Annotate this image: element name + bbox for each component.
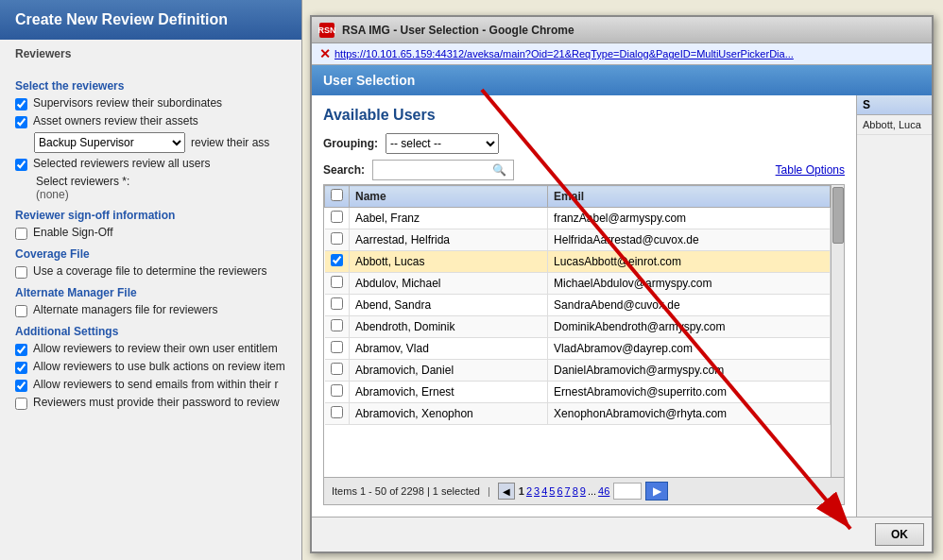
table-scroll: Name Email Aabel, Franz franzAabel@armys…: [324, 185, 844, 477]
row-checkbox[interactable]: [331, 232, 343, 245]
row-name: Abendroth, Dominik: [350, 316, 548, 338]
row-checkbox-cell: [325, 295, 350, 316]
additional-item-0: Allow reviewers to review their own user…: [15, 342, 286, 356]
table-row: Abramovich, Xenophon XenophonAbramovich@…: [325, 403, 844, 425]
additional-item-2: Allow reviewers to send emails from with…: [15, 378, 286, 392]
scrollbar[interactable]: [831, 185, 844, 477]
table-row: Abramovich, Ernest ErnestAbramovich@supe…: [325, 382, 844, 403]
alt-manager-label: Alternate managers file for reviewers: [33, 303, 217, 316]
row-name: Abend, Sandra: [350, 295, 548, 316]
select-all-checkbox[interactable]: [331, 189, 343, 201]
page-5[interactable]: 5: [549, 485, 555, 497]
asset-owners-checkbox[interactable]: [15, 116, 27, 128]
scrollbar-thumb[interactable]: [832, 187, 844, 244]
page-1[interactable]: 1: [519, 485, 524, 497]
backup-supervisor-row: Backup Supervisor review their ass: [34, 132, 286, 153]
row-name: Aabel, Franz: [350, 208, 548, 229]
ok-button[interactable]: OK: [875, 523, 924, 546]
row-checkbox[interactable]: [331, 211, 343, 223]
additional-item-1: Allow reviewers to use bulk actions on r…: [15, 360, 286, 374]
section-alt-manager: Alternate Manager File: [15, 286, 286, 299]
page-title: Create New Review Definition: [0, 0, 301, 40]
none-text: (none): [36, 188, 69, 201]
row-email: SandraAbend@cuvox.de: [548, 295, 831, 316]
left-panel-body: Select the reviewers Supervisors review …: [0, 64, 301, 421]
row-name: Abramov, Vlad: [350, 338, 548, 360]
user-table: Name Email Aabel, Franz franzAabel@armys…: [324, 185, 844, 425]
row-checkbox[interactable]: [331, 384, 343, 397]
table-row: Abend, Sandra SandraAbend@cuvox.de: [325, 295, 844, 316]
page-3[interactable]: 3: [534, 485, 540, 497]
select-reviewers-label: Select reviewers *:: [36, 175, 129, 188]
left-panel: Create New Review Definition Reviewers S…: [0, 0, 302, 560]
row-checkbox-cell: [325, 403, 350, 425]
coverage-checkbox[interactable]: [15, 266, 27, 279]
section-signoff: Reviewer sign-off information: [15, 209, 286, 222]
row-checkbox[interactable]: [331, 341, 343, 353]
row-email: franzAabel@armyspy.com: [548, 208, 831, 229]
page-8[interactable]: 8: [573, 485, 578, 497]
dialog-header-text: User Selection: [323, 73, 415, 88]
page-9[interactable]: 9: [580, 485, 586, 497]
grouping-select[interactable]: -- select --: [386, 133, 499, 154]
search-icon: 🔍: [492, 163, 506, 177]
row-email: XenophonAbramovich@rhyta.com: [548, 403, 831, 425]
row-checkbox[interactable]: [331, 406, 343, 418]
page-2[interactable]: 2: [526, 485, 532, 497]
browser-addressbar: ✕ https://10.101.65.159:44312/aveksa/mai…: [312, 43, 932, 65]
page-7[interactable]: 7: [565, 485, 571, 497]
prev-page-btn[interactable]: ◀: [498, 483, 515, 500]
additional-checkbox-1[interactable]: [15, 362, 27, 374]
page-go-btn[interactable]: ▶: [645, 482, 668, 501]
search-input[interactable]: [377, 163, 490, 177]
row-checkbox[interactable]: [331, 254, 343, 266]
page-46[interactable]: 46: [598, 485, 609, 497]
additional-checkbox-0[interactable]: [15, 344, 27, 356]
page-jump-input[interactable]: [613, 483, 642, 500]
enable-signoff-item: Enable Sign-Off: [15, 226, 286, 240]
additional-label-1: Allow reviewers to use bulk actions on r…: [33, 360, 285, 373]
main-content: Available Users Grouping: -- select -- S…: [312, 95, 856, 517]
section-select-reviewers: Select the reviewers: [15, 79, 286, 93]
row-name: Abramovich, Xenophon: [350, 403, 548, 425]
table-row: Aabel, Franz franzAabel@armyspy.com: [325, 208, 844, 229]
selected-reviewers-checkbox[interactable]: [15, 159, 27, 171]
row-email: HelfridaAarrestad@cuvox.de: [548, 229, 831, 251]
asset-owners-label: Asset owners review their assets: [33, 114, 198, 127]
table-row: Abendroth, Dominik DominikAbendroth@army…: [325, 316, 844, 338]
additional-checkbox-2[interactable]: [15, 380, 27, 392]
page-4[interactable]: 4: [541, 485, 547, 497]
close-btn[interactable]: ✕: [319, 46, 331, 61]
table-options-link[interactable]: Table Options: [776, 163, 845, 177]
additional-checkbox-3[interactable]: [15, 398, 27, 410]
enable-signoff-checkbox[interactable]: [15, 228, 27, 240]
dialog-header: User Selection: [312, 65, 932, 95]
section-coverage: Coverage File: [15, 247, 286, 261]
grouping-label: Grouping:: [323, 137, 378, 150]
search-input-wrapper: 🔍: [372, 160, 514, 180]
supervisors-review-checkbox[interactable]: [15, 98, 27, 110]
selected-reviewers-item: Selected reviewers review all users: [15, 157, 286, 171]
row-checkbox-cell: [325, 208, 350, 229]
pagination-bar: Items 1 - 50 of 2298 | 1 selected | ◀ 1 …: [324, 477, 844, 504]
page-title-text: Create New Review Definition: [15, 11, 228, 27]
coverage-label: Use a coverage file to determine the rev…: [33, 264, 266, 278]
additional-label-3: Reviewers must provide their password to…: [33, 396, 280, 409]
row-email: MichaelAbdulov@armyspy.com: [548, 273, 831, 295]
row-checkbox[interactable]: [331, 276, 343, 288]
row-checkbox[interactable]: [331, 297, 343, 310]
row-email: ErnestAbramovich@superrito.com: [548, 382, 831, 403]
row-name: Abramovich, Ernest: [350, 382, 548, 403]
page-6[interactable]: 6: [557, 485, 562, 497]
email-header: Email: [548, 186, 831, 208]
table-row: Aarrestad, Helfrida HelfridaAarrestad@cu…: [325, 229, 844, 251]
alt-manager-checkbox[interactable]: [15, 305, 27, 317]
row-checkbox[interactable]: [331, 319, 343, 331]
backup-supervisor-select[interactable]: Backup Supervisor: [34, 132, 185, 153]
row-checkbox[interactable]: [331, 363, 343, 375]
coverage-item: Use a coverage file to determine the rev…: [15, 264, 286, 279]
search-row: Search: 🔍 Table Options: [323, 160, 845, 180]
row-checkbox-cell: [325, 316, 350, 338]
row-checkbox-cell: [325, 382, 350, 403]
additional-label-2: Allow reviewers to send emails from with…: [33, 378, 278, 391]
